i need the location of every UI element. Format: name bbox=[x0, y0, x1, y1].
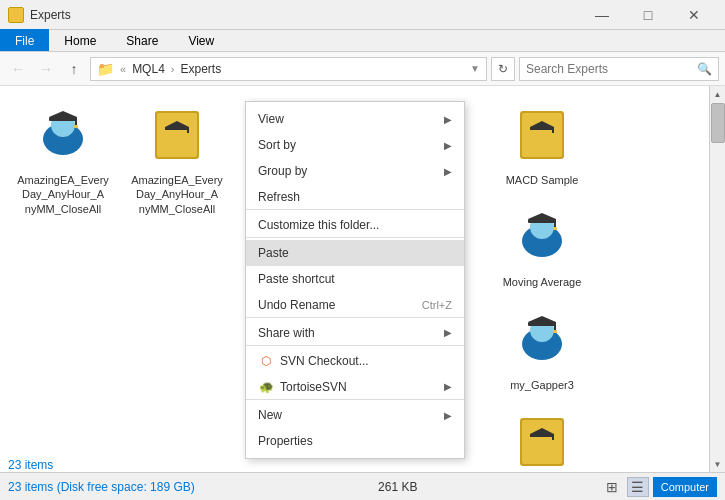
address-sep2: › bbox=[171, 63, 175, 75]
menu-item-svn-checkout[interactable]: ⬡ SVN Checkout... bbox=[246, 348, 464, 374]
ribbon-tabs: File Home Share View bbox=[0, 30, 725, 52]
menu-item-paste[interactable]: Paste bbox=[246, 240, 464, 266]
close-button[interactable]: ✕ bbox=[671, 0, 717, 30]
large-icons-view-button[interactable]: ⊞ bbox=[601, 477, 623, 497]
search-box[interactable]: 🔍 bbox=[519, 57, 719, 81]
main-area: AmazingEA_Every Day_AnyHour_A nyMM_Close… bbox=[0, 86, 725, 472]
title-bar: Experts — □ ✕ bbox=[0, 0, 725, 30]
status-right: ⊞ ☰ Computer bbox=[601, 477, 717, 497]
menu-item-label: New bbox=[258, 408, 282, 422]
details-view-button[interactable]: ☰ bbox=[627, 477, 649, 497]
item-count-status: 23 items (Disk free space: 189 GB) bbox=[8, 480, 195, 494]
search-icon: 🔍 bbox=[697, 62, 712, 76]
forward-button[interactable]: → bbox=[34, 57, 58, 81]
menu-item-label: Refresh bbox=[258, 190, 300, 204]
address-experts: Experts bbox=[180, 62, 221, 76]
menu-item-tortoise-svn[interactable]: 🐢 TortoiseSVN ▶ bbox=[246, 374, 464, 400]
menu-item-label: View bbox=[258, 112, 284, 126]
menu-item-label: SVN Checkout... bbox=[280, 354, 369, 368]
content-area: AmazingEA_Every Day_AnyHour_A nyMM_Close… bbox=[0, 86, 725, 472]
submenu-arrow-icon: ▶ bbox=[444, 140, 452, 151]
menu-item-sort-by[interactable]: Sort by ▶ bbox=[246, 132, 464, 158]
menu-item-paste-shortcut[interactable]: Paste shortcut bbox=[246, 266, 464, 292]
submenu-arrow-icon: ▶ bbox=[444, 327, 452, 338]
address-bar[interactable]: 📁 « MQL4 › Experts ▼ bbox=[90, 57, 487, 81]
folder-address-icon: 📁 bbox=[97, 61, 114, 77]
menu-item-properties[interactable]: Properties bbox=[246, 428, 464, 454]
tab-share[interactable]: Share bbox=[111, 29, 173, 51]
menu-item-label: Sort by bbox=[258, 138, 296, 152]
maximize-button[interactable]: □ bbox=[625, 0, 671, 30]
submenu-arrow-icon: ▶ bbox=[444, 166, 452, 177]
context-menu: View ▶ Sort by ▶ Group by ▶ Refresh Cust… bbox=[245, 101, 465, 459]
svn-icon: ⬡ bbox=[258, 353, 274, 369]
context-menu-overlay: View ▶ Sort by ▶ Group by ▶ Refresh Cust… bbox=[0, 86, 725, 472]
tab-view[interactable]: View bbox=[173, 29, 229, 51]
keyboard-shortcut: Ctrl+Z bbox=[422, 299, 452, 311]
menu-item-label: Undo Rename bbox=[258, 298, 335, 312]
search-input[interactable] bbox=[526, 62, 693, 76]
minimize-button[interactable]: — bbox=[579, 0, 625, 30]
refresh-button[interactable]: ↻ bbox=[491, 57, 515, 81]
tortoise-icon: 🐢 bbox=[258, 379, 274, 395]
status-center: 261 KB bbox=[378, 480, 417, 494]
title-controls: — □ ✕ bbox=[579, 0, 717, 30]
menu-item-view[interactable]: View ▶ bbox=[246, 106, 464, 132]
menu-item-undo-rename[interactable]: Undo Rename Ctrl+Z bbox=[246, 292, 464, 318]
folder-icon bbox=[8, 7, 24, 23]
back-button[interactable]: ← bbox=[6, 57, 30, 81]
file-size-status: 261 KB bbox=[378, 480, 417, 494]
menu-item-refresh[interactable]: Refresh bbox=[246, 184, 464, 210]
menu-item-label: TortoiseSVN bbox=[280, 380, 347, 394]
menu-item-label: Properties bbox=[258, 434, 313, 448]
up-button[interactable]: ↑ bbox=[62, 57, 86, 81]
address-sep1: « bbox=[120, 63, 126, 75]
submenu-arrow-icon: ▶ bbox=[444, 114, 452, 125]
tab-file[interactable]: File bbox=[0, 29, 49, 51]
menu-item-new[interactable]: New ▶ bbox=[246, 402, 464, 428]
submenu-arrow-icon: ▶ bbox=[444, 410, 452, 421]
status-bar: 23 items (Disk free space: 189 GB) 261 K… bbox=[0, 472, 725, 500]
menu-item-label: Share with bbox=[258, 326, 315, 340]
window-title: Experts bbox=[30, 8, 71, 22]
menu-item-customize[interactable]: Customize this folder... bbox=[246, 212, 464, 238]
status-left: 23 items (Disk free space: 189 GB) bbox=[8, 480, 195, 494]
menu-item-label: Group by bbox=[258, 164, 307, 178]
address-mql4: MQL4 bbox=[132, 62, 165, 76]
menu-item-group-by[interactable]: Group by ▶ bbox=[246, 158, 464, 184]
computer-badge: Computer bbox=[653, 477, 717, 497]
menu-item-label: Customize this folder... bbox=[258, 218, 379, 232]
menu-item-label: Paste bbox=[258, 246, 289, 260]
tab-home[interactable]: Home bbox=[49, 29, 111, 51]
title-bar-left: Experts bbox=[8, 7, 71, 23]
menu-item-share-with[interactable]: Share with ▶ bbox=[246, 320, 464, 346]
submenu-arrow-icon: ▶ bbox=[444, 381, 452, 392]
menu-item-label: Paste shortcut bbox=[258, 272, 335, 286]
address-dropdown-icon: ▼ bbox=[470, 63, 480, 74]
nav-bar: ← → ↑ 📁 « MQL4 › Experts ▼ ↻ 🔍 bbox=[0, 52, 725, 86]
